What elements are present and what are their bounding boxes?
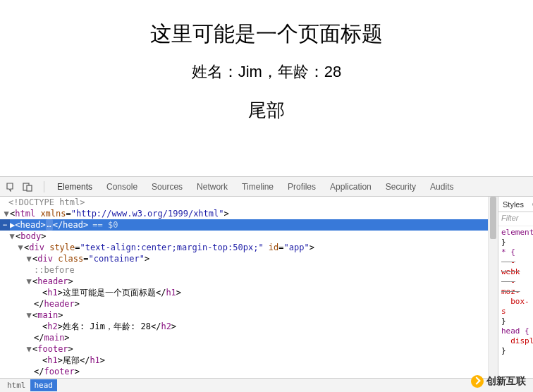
tab-application[interactable]: Application (323, 177, 379, 197)
styles-panel: Styles C Filter element. } * { -webk -mo… (498, 197, 533, 378)
dom-header-close[interactable]: </header> (0, 298, 488, 310)
dom-footer-open[interactable]: ▼<footer> (0, 343, 488, 355)
tab-security[interactable]: Security (379, 177, 423, 197)
dom-div-app[interactable]: ▼<div style="text-align:center;margin-to… (0, 242, 488, 253)
styles-tab-computed[interactable]: C (528, 197, 533, 212)
dom-doctype[interactable]: <!DOCTYPE html> (0, 197, 488, 208)
devtools-body: <!DOCTYPE html> ▼<html xmlns="http://www… (0, 197, 533, 378)
selection-gutter-icon: ⋯ (0, 219, 10, 231)
scrollbar-thumb[interactable] (490, 197, 496, 239)
crumb-html[interactable]: html (3, 379, 30, 391)
dom-head-selected[interactable]: ⋯ ▶<head>…</head>== $0 (0, 219, 488, 231)
dom-before[interactable]: ::before (0, 264, 488, 276)
dom-main-close[interactable]: </main> (0, 332, 488, 343)
watermark-text: 创新互联 (486, 375, 526, 388)
devtools-panel: Elements Console Sources Network Timelin… (0, 176, 533, 392)
breadcrumb: html head (0, 378, 533, 392)
elements-tree[interactable]: <!DOCTYPE html> ▼<html xmlns="http://www… (0, 197, 488, 378)
toolbar-separator (44, 181, 44, 192)
page-footer: 尾部 (0, 98, 533, 123)
styles-rules[interactable]: element. } * { -webk -moz- box-s } head … (498, 226, 533, 357)
dom-footer-close[interactable]: </footer> (0, 366, 488, 377)
inspect-icon[interactable] (4, 180, 17, 193)
tab-timeline[interactable]: Timeline (235, 177, 281, 197)
dom-header-open[interactable]: ▼<header> (0, 276, 488, 287)
dom-html-open[interactable]: ▼<html xmlns="http://www.w3.org/1999/xht… (0, 208, 488, 219)
dom-h1-title[interactable]: <h1>这里可能是一个页面标题</h1> (0, 287, 488, 298)
rendered-page: 这里可能是一个页面标题 姓名：Jim，年龄：28 尾部 (0, 0, 533, 176)
styles-filter[interactable]: Filter (498, 212, 533, 226)
dom-main-open[interactable]: ▼<main> (0, 310, 488, 321)
page-info: 姓名：Jim，年龄：28 (0, 61, 533, 82)
devtools-toolbar: Elements Console Sources Network Timelin… (0, 177, 533, 197)
tab-network[interactable]: Network (190, 177, 235, 197)
tab-elements[interactable]: Elements (50, 177, 99, 197)
crumb-head[interactable]: head (30, 379, 58, 391)
tab-console[interactable]: Console (99, 177, 145, 197)
dom-after[interactable]: ::after (0, 377, 488, 378)
elements-scrollbar[interactable] (488, 197, 498, 378)
dom-div-container[interactable]: ▼<div class="container"> (0, 253, 488, 264)
tab-profiles[interactable]: Profiles (281, 177, 323, 197)
page-title: 这里可能是一个页面标题 (0, 20, 533, 49)
styles-tabs: Styles C (498, 197, 533, 212)
tab-audits[interactable]: Audits (423, 177, 460, 197)
tab-sources[interactable]: Sources (145, 177, 190, 197)
dom-h1-footer[interactable]: <h1>尾部</h1> (0, 355, 488, 366)
watermark: 创新互联 (471, 375, 526, 388)
svg-rect-1 (27, 185, 32, 191)
dom-h2-info[interactable]: <h2>姓名: Jim，年龄: 28</h2> (0, 321, 488, 332)
styles-tab-styles[interactable]: Styles (498, 197, 528, 212)
device-toggle-icon[interactable] (21, 180, 34, 193)
watermark-icon (471, 375, 484, 388)
dom-body-open[interactable]: ▼<body> (0, 231, 488, 242)
